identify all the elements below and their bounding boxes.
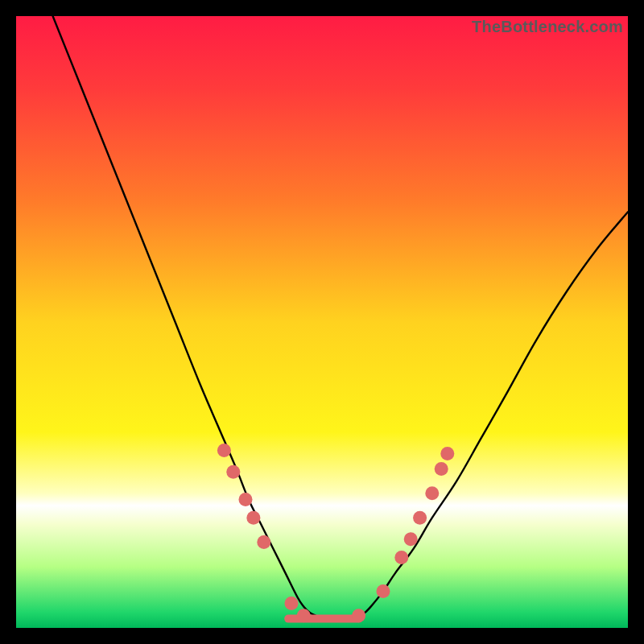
dot-left-dots: [285, 597, 299, 610]
gradient-background: [16, 16, 628, 628]
dot-right-dots: [425, 486, 439, 500]
dot-left-dots: [246, 511, 260, 525]
dot-left-dots: [217, 444, 231, 457]
dot-left-dots: [257, 535, 270, 549]
dot-left-dots: [239, 493, 253, 506]
chart-frame: TheBottleneck.com: [16, 16, 628, 628]
dot-right-dots: [377, 584, 390, 598]
dot-right-dots: [440, 447, 454, 460]
dot-right-dots: [352, 609, 365, 622]
dot-right-dots: [394, 551, 408, 564]
dot-left-dots: [297, 609, 311, 622]
dot-right-dots: [404, 532, 418, 546]
watermark-text: TheBottleneck.com: [472, 18, 623, 36]
dot-right-dots: [413, 511, 427, 525]
dot-left-dots: [226, 465, 240, 479]
bottleneck-chart: [16, 16, 628, 628]
dot-right-dots: [435, 462, 448, 476]
